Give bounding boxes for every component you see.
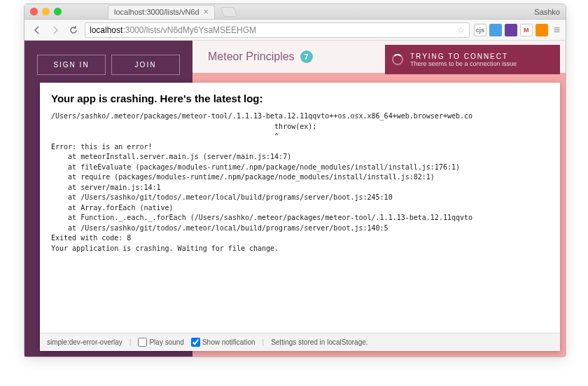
profile-name[interactable]: Sashko <box>534 8 560 16</box>
minimize-window-button[interactable] <box>42 8 50 15</box>
connection-title: TRYING TO CONNECT <box>410 53 517 60</box>
extension-cjs-icon[interactable]: cjs <box>474 24 486 36</box>
settings-note: Settings stored in localStorage. <box>271 338 368 346</box>
error-package-name: simple:dev-error-overlay <box>47 338 122 346</box>
divider: | <box>130 338 132 346</box>
error-heading: Your app is crashing. Here's the latest … <box>40 83 560 111</box>
bookmark-star-icon[interactable]: ☆ <box>457 25 465 35</box>
titlebar: localhost:3000/lists/vN6d × Sashko <box>24 4 566 20</box>
error-footer: simple:dev-error-overlay | Play sound Sh… <box>40 333 560 351</box>
tab-title: localhost:3000/lists/vN6d <box>114 8 200 16</box>
forward-button[interactable] <box>48 23 62 37</box>
divider: | <box>262 338 265 346</box>
new-tab-button[interactable] <box>220 7 237 17</box>
list-count-badge: 7 <box>300 50 313 63</box>
url-path: :3000/lists/vN6dMy6YsaMSEEHGM <box>122 25 256 35</box>
sign-in-button[interactable]: SIGN IN <box>37 55 106 75</box>
connection-banner: TRYING TO CONNECT There seems to be a co… <box>385 45 560 74</box>
reload-button[interactable] <box>66 23 80 37</box>
close-tab-icon[interactable]: × <box>204 7 209 17</box>
extension-blue-icon[interactable] <box>489 24 502 36</box>
show-notification-checkbox[interactable] <box>191 338 200 347</box>
play-sound-checkbox[interactable] <box>138 338 147 347</box>
extension-purple-icon[interactable] <box>505 24 517 36</box>
error-log: /Users/sashko/.meteor/packages/meteor-to… <box>40 111 560 333</box>
error-overlay: Your app is crashing. Here's the latest … <box>40 83 560 351</box>
connection-subtitle: There seems to be a connection issue <box>410 60 517 67</box>
close-window-button[interactable] <box>30 8 38 15</box>
list-title: Meteor Principles <box>208 50 295 63</box>
play-sound-toggle[interactable]: Play sound <box>138 338 183 347</box>
url-bar[interactable]: localhost :3000/lists/vN6dMy6YsaMSEEHGM … <box>85 22 470 38</box>
browser-tab[interactable]: localhost:3000/lists/vN6d × <box>108 5 215 19</box>
zoom-window-button[interactable] <box>54 8 62 15</box>
browser-toolbar: localhost :3000/lists/vN6dMy6YsaMSEEHGM … <box>24 20 566 41</box>
app-viewport: SIGN IN JOIN + Meteor Principles 7 TRYIN… <box>24 41 566 357</box>
extension-orange-icon[interactable] <box>536 24 548 36</box>
join-button[interactable]: JOIN <box>111 55 180 75</box>
url-domain: localhost <box>90 25 122 35</box>
extension-icons: cjs M <box>474 24 548 36</box>
back-button[interactable] <box>30 23 44 37</box>
browser-window: localhost:3000/lists/vN6d × Sashko local… <box>24 4 566 357</box>
spinner-icon <box>392 54 403 65</box>
browser-menu-icon[interactable]: ≡ <box>554 24 560 36</box>
extension-gmail-icon[interactable]: M <box>520 24 533 36</box>
window-controls <box>30 8 62 15</box>
show-notification-toggle[interactable]: Show notification <box>191 338 255 347</box>
